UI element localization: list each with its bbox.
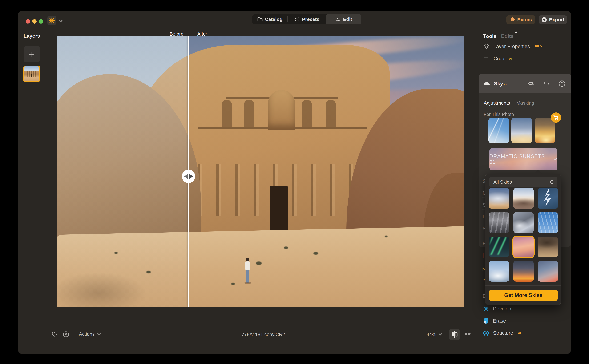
sky-thumb-blue-cumulus[interactable] <box>489 261 509 282</box>
develop-sun-icon <box>483 306 490 312</box>
ai-badge: AI <box>509 57 512 60</box>
structure-dots-icon <box>483 330 490 337</box>
occluded-label-fragment: S <box>483 202 485 208</box>
export-up-arrow-icon <box>541 17 547 23</box>
tab-presets[interactable]: Presets <box>288 14 326 25</box>
tab-adjustments[interactable]: Adjustments <box>484 100 510 106</box>
bottom-bar-divider <box>74 331 74 338</box>
chevron-down-icon <box>553 158 557 161</box>
favorite-button[interactable] <box>52 331 58 338</box>
occluded-label-fragment: E <box>483 241 485 247</box>
compare-view-button[interactable] <box>449 329 460 340</box>
chevron-down-icon <box>438 333 442 336</box>
after-label: After <box>197 31 207 37</box>
occluded-panel-fragments: S M S F S E [ ◺ ✦ E <box>482 177 485 305</box>
app-window: Catalog Presets Edit Extras <box>18 11 571 354</box>
actions-menu[interactable]: Actions <box>79 331 101 337</box>
tab-catalog[interactable]: Catalog <box>252 14 287 25</box>
eraser-icon <box>483 318 490 324</box>
sky-filter-select[interactable]: All Skies <box>489 177 557 187</box>
tholos-rotunda <box>268 90 295 130</box>
current-filename: 778A1181 copy.CR2 <box>215 332 311 337</box>
pro-badge: PRO <box>535 45 542 48</box>
sky-thumb-pale-sunset-clouds[interactable] <box>513 188 534 209</box>
layer-thumbnail-image <box>24 66 39 81</box>
occluded-orange-icon-fragment: [ <box>483 252 484 258</box>
contrail <box>493 118 504 143</box>
close-window-button[interactable] <box>26 19 30 24</box>
zoom-level-dropdown[interactable]: 44% <box>421 332 442 337</box>
slider-left-arrow-icon <box>184 174 188 179</box>
tool-label: Develop <box>493 306 511 312</box>
sky-thumb-fiery-dusk[interactable] <box>513 261 534 282</box>
sky-thumb-pink-sunset-selected[interactable] <box>513 237 534 257</box>
minimize-window-button[interactable] <box>32 19 37 24</box>
sky-thumb-lightning-storm[interactable] <box>538 188 558 209</box>
zoom-window-button[interactable] <box>39 19 43 24</box>
sky-panel-header[interactable]: Sky AI <box>479 74 571 93</box>
tab-edit[interactable]: Edit <box>326 14 361 25</box>
photo-canvas[interactable] <box>57 36 464 307</box>
asterisk-icon <box>49 17 55 24</box>
sky-collection-dropdown[interactable]: DRAMATIC SUNSETS 01 <box>490 148 557 170</box>
occluded-label-fragment: M <box>483 190 485 196</box>
export-label: Export <box>549 17 564 22</box>
app-menu-chevron-icon[interactable] <box>59 19 63 23</box>
monastery-door <box>270 186 288 236</box>
heart-icon <box>52 331 58 338</box>
app-logo-button[interactable] <box>47 16 56 25</box>
sky-filter-value: All Skies <box>493 179 550 185</box>
sidebar-divider <box>482 65 565 65</box>
occluded-label-fragment: E <box>483 293 485 299</box>
occluded-orange-icon-fragment: ✦ <box>483 278 485 282</box>
sky-thumb-dark-storm-lightning[interactable] <box>489 212 509 233</box>
suggested-sky-blue-sky-contrails[interactable] <box>489 118 509 143</box>
layer-thumbnail-selected[interactable] <box>23 65 40 82</box>
tab-catalog-label: Catalog <box>265 17 283 22</box>
ai-badge: AI <box>504 82 507 85</box>
tool-structure[interactable]: Structure AI <box>483 330 521 337</box>
get-more-skies-button[interactable]: Get More Skies <box>489 290 558 301</box>
tool-erase[interactable]: Erase <box>483 318 506 324</box>
reject-button[interactable] <box>63 331 69 338</box>
walking-person <box>245 258 250 286</box>
occluded-orange-icon-fragment: ◺ <box>483 266 485 272</box>
tool-develop[interactable]: Develop <box>483 306 511 312</box>
suggested-sky-golden-sunset[interactable] <box>535 118 555 143</box>
extras-button[interactable]: Extras <box>506 15 535 24</box>
tab-tools[interactable]: Tools <box>483 33 496 39</box>
export-button[interactable]: Export <box>539 15 567 24</box>
eye-icon <box>464 331 471 337</box>
sky-thumb-dusk-clouds[interactable] <box>489 188 509 209</box>
sky-thumb-aurora-night[interactable] <box>489 237 509 257</box>
tool-label: Layer Properties <box>493 44 530 49</box>
sky-thumb-overcast-clouds[interactable] <box>513 212 534 233</box>
tool-label: Structure <box>493 330 513 336</box>
tab-edits[interactable]: Edits <box>501 33 514 39</box>
tab-masking[interactable]: Masking <box>516 100 534 106</box>
visibility-eye-icon[interactable] <box>528 80 535 87</box>
before-label: Before <box>170 31 183 37</box>
info-icon[interactable] <box>558 80 565 87</box>
tool-label: Erase <box>493 318 506 324</box>
sky-thumb-violet-dusk[interactable] <box>538 261 558 282</box>
add-layer-button[interactable] <box>24 46 40 62</box>
tool-layer-properties[interactable]: Layer Properties PRO <box>483 43 542 50</box>
cart-badge[interactable] <box>551 112 561 123</box>
suggested-sky-soft-sunset-clouds[interactable] <box>511 118 532 143</box>
actions-label: Actions <box>79 331 95 337</box>
crop-icon <box>483 55 490 62</box>
sky-thumb-bright-blue-wisps[interactable] <box>538 212 558 233</box>
shopping-cart-icon <box>553 115 559 120</box>
tab-edits-label: Edits <box>501 33 514 39</box>
preview-original-button[interactable] <box>464 331 471 338</box>
split-compare-icon <box>451 331 458 338</box>
folder-icon <box>257 17 263 22</box>
ai-badge: AI <box>518 331 521 335</box>
undo-icon[interactable] <box>543 80 550 87</box>
tool-crop[interactable]: Crop AI <box>483 55 512 62</box>
compare-slider-handle[interactable] <box>182 170 195 183</box>
sky-thumb-sepia-clouds[interactable] <box>538 237 558 257</box>
for-this-photo-label: For This Photo <box>484 112 514 117</box>
tab-edit-label: Edit <box>343 17 352 22</box>
